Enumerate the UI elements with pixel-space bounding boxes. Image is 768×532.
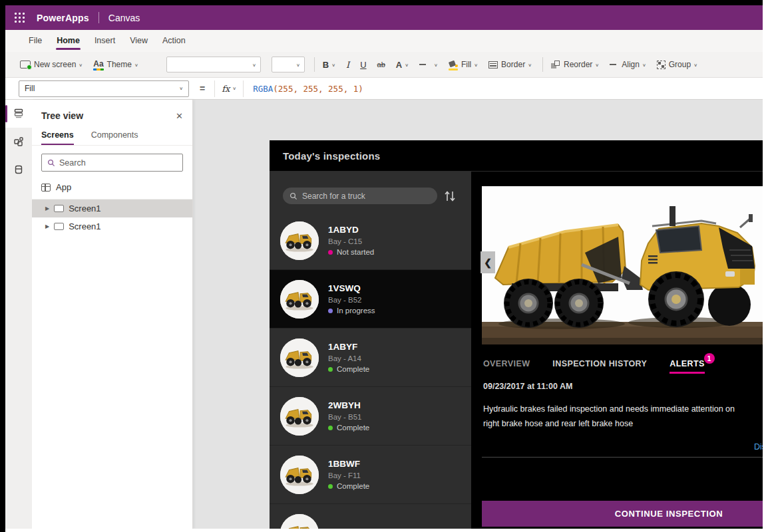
strikethrough-button[interactable]: ab (377, 61, 385, 68)
truck-status: Not started (328, 248, 374, 256)
rail-insert-button[interactable] (5, 128, 32, 156)
reorder-button[interactable]: Reorder∨ (551, 60, 599, 69)
truck-bay: Bay - B51 (328, 413, 369, 421)
truck-list-item[interactable]: 1ABYF Bay - A14 Complete (270, 329, 471, 386)
truck-status: Complete (328, 482, 369, 490)
screenshot-edge-bottom (5, 529, 763, 532)
screen-icon (54, 223, 64, 230)
chevron-down-icon: ∨ (296, 62, 300, 66)
chevron-down-icon: ∨ (474, 62, 478, 66)
tab-alerts[interactable]: ALERTS 1 (670, 359, 704, 374)
menu-action[interactable]: Action (155, 30, 193, 52)
dismiss-link[interactable]: Dismiss (754, 442, 763, 452)
truck-status: Complete (328, 424, 369, 432)
chevron-down-icon: ∨ (693, 62, 697, 66)
close-icon[interactable]: ✕ (176, 112, 183, 120)
alert-text: Hydraulic brakes failed inspection and n… (483, 402, 735, 431)
tree-item-app[interactable]: App (32, 178, 192, 200)
chevron-down-icon: ∨ (134, 62, 138, 66)
tab-inspection-history[interactable]: INSPECTION HISTORY (552, 359, 647, 374)
tree-search-box[interactable] (41, 154, 183, 172)
paint-bucket-icon (449, 61, 458, 69)
tab-screens[interactable]: Screens (41, 128, 74, 145)
align-lines-icon (419, 63, 428, 66)
truck-id: 1VSWQ (328, 283, 375, 293)
chevron-down-icon: ∨ (179, 86, 183, 90)
truck-search-box[interactable]: Search for a truck (283, 188, 437, 204)
expand-caret-icon[interactable]: ▶ (45, 223, 49, 229)
rail-tree-view-button[interactable] (5, 100, 32, 128)
align-button[interactable]: Align∨ (610, 60, 646, 69)
new-screen-icon (20, 61, 31, 68)
truck-list-item-selected[interactable]: 1VSWQ Bay - B52 In progress (270, 270, 471, 328)
menu-bar: File Home Insert View Action (5, 30, 763, 52)
top-app-bar: PowerApps Canvas (5, 5, 763, 30)
underline-button[interactable]: U (360, 60, 366, 70)
product-name: PowerApps (37, 13, 89, 23)
tree-panel-tabs: Screens Components (32, 128, 192, 146)
truck-list-item[interactable]: 1ABYD Bay - C15 Not started (270, 211, 471, 269)
back-chevron-button[interactable]: ❮ (480, 251, 495, 273)
truck-list-item[interactable]: 2WBYH Bay - B51 Complete (270, 387, 471, 445)
fx-dropdown[interactable]: fx∨ (214, 80, 244, 97)
expand-caret-icon[interactable]: ▶ (45, 205, 49, 211)
truck-photo (482, 186, 763, 344)
tab-overview[interactable]: OVERVIEW (483, 359, 530, 374)
font-size-combobox[interactable]: ∨ (272, 57, 305, 72)
menu-file[interactable]: File (21, 30, 49, 52)
chevron-down-icon: ∨ (528, 62, 532, 66)
theme-button[interactable]: Aa Theme∨ (93, 59, 138, 70)
chevron-down-icon: ∨ (595, 62, 599, 66)
truck-bay: Bay - A14 (328, 354, 369, 362)
app-preview: Today's inspections Search for a truck 1… (270, 140, 763, 529)
tree-item-screen1[interactable]: ▶ Screen1 (32, 200, 192, 217)
font-family-combobox[interactable]: ∨ (166, 57, 261, 72)
tree-view-icon (13, 108, 24, 119)
border-button[interactable]: Border∨ (488, 60, 532, 69)
truck-id: 1ABYF (328, 342, 369, 352)
chevron-down-icon: ∨ (434, 62, 438, 66)
left-icon-rail (5, 100, 32, 529)
align-objects-icon (610, 63, 618, 66)
status-dot-icon (328, 484, 333, 489)
status-dot-icon (328, 426, 333, 430)
truck-avatar (280, 338, 319, 377)
fill-color-button[interactable]: Fill∨ (449, 60, 478, 69)
truck-list-panel: Search for a truck 1ABYD Bay - C15 Not s… (270, 172, 471, 529)
group-button[interactable]: Group∨ (657, 60, 697, 69)
chevron-down-icon: ∨ (232, 86, 236, 90)
toolbar-separator (542, 57, 543, 72)
continue-inspection-button[interactable]: CONTINUE INSPECTION (482, 501, 763, 527)
chevron-down-icon: ∨ (405, 62, 409, 66)
design-canvas[interactable]: Today's inspections Search for a truck 1… (193, 100, 763, 529)
new-screen-button[interactable]: New screen∨ (20, 60, 83, 69)
tree-item-screen1-b[interactable]: ▶ Screen1 (32, 217, 192, 235)
truck-status: In progress (328, 307, 375, 315)
formula-input[interactable]: RGBA(255, 255, 255, 1) (253, 84, 363, 94)
truck-avatar (280, 514, 319, 529)
app-launcher-waffle-icon[interactable] (15, 13, 25, 23)
sort-icon[interactable] (444, 190, 456, 203)
tree-search-input[interactable] (59, 158, 177, 168)
menu-insert[interactable]: Insert (87, 30, 122, 52)
rail-data-sources-button[interactable] (5, 156, 32, 184)
truck-list-item[interactable]: 3ABHH (270, 504, 471, 529)
truck-bay: Bay - B52 (328, 296, 375, 304)
truck-detail-panel: ❮ OVERVIEW INSPECTION HISTORY ALERTS 1 0… (471, 172, 763, 529)
text-align-button[interactable]: ∨ (419, 62, 438, 68)
truck-list-item[interactable]: 1BBWF Bay - F11 Complete (270, 446, 471, 503)
bold-button[interactable]: B∨ (323, 60, 335, 70)
font-color-button[interactable]: A∨ (396, 60, 409, 70)
detail-tabs: OVERVIEW INSPECTION HISTORY ALERTS 1 (483, 359, 705, 374)
formula-bar: Fill∨ = fx∨ RGBA(255, 255, 255, 1) (5, 78, 763, 100)
menu-home[interactable]: Home (49, 30, 87, 52)
ribbon-toolbar: New screen∨ Aa Theme∨ ∨ ∨ B∨ I U ab A∨ ∨… (5, 52, 763, 78)
theme-aa-icon: Aa (93, 59, 103, 70)
italic-button[interactable]: I (346, 60, 349, 70)
truck-avatar (280, 456, 319, 494)
status-dot-icon (328, 250, 333, 255)
tab-components[interactable]: Components (91, 128, 138, 145)
menu-view[interactable]: View (122, 30, 155, 52)
divider (482, 457, 763, 458)
property-selector[interactable]: Fill∨ (19, 80, 189, 97)
